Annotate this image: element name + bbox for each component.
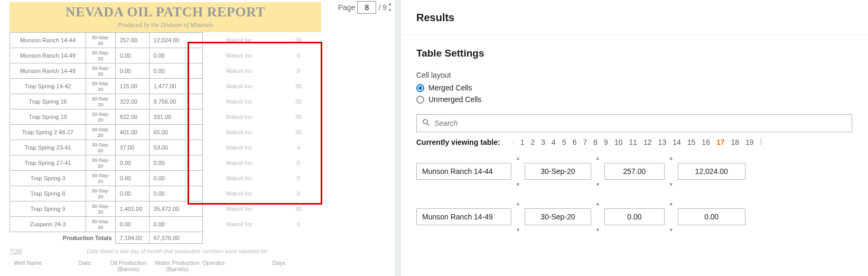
col-days: Days (263, 260, 295, 272)
cell-water: 0.00 (149, 155, 202, 171)
page-number-input[interactable] (357, 1, 376, 14)
chevron-down-icon[interactable]: ▼ (669, 182, 674, 187)
result-cell-well[interactable]: Munson Ranch 14-49 (416, 208, 511, 225)
result-cell-oil[interactable]: 0.00 (604, 208, 665, 225)
pager-prev-icon[interactable]: 〈 (508, 137, 515, 147)
chevron-down-icon[interactable]: ▼ (595, 182, 600, 187)
result-cell-well[interactable]: Munson Ranch 14-44 (416, 163, 511, 180)
cell-well: Trap Spring 19 (10, 109, 86, 125)
cell-oil: 322.00 (115, 94, 149, 109)
svg-point-0 (423, 119, 427, 124)
result-cell-oil[interactable]: 257.00 (604, 163, 665, 180)
report-subtitle: Produced by the Division of Minerals (10, 21, 321, 29)
cell-days: 30 (276, 79, 321, 94)
results-pane: Results Table Settings Cell layout Merge… (400, 0, 868, 276)
cell-stepper[interactable]: ▲▼ (595, 154, 600, 188)
cell-well: Trap Spring 27-41 (10, 155, 86, 171)
pager-page-3[interactable]: 3 (541, 138, 545, 146)
radio-merged-cells[interactable]: Merged Cells (416, 84, 852, 92)
chevron-up-icon[interactable]: ▲ (595, 201, 600, 206)
cell-water: 0.00 (149, 171, 202, 186)
chevron-down-icon[interactable]: ▼ (516, 227, 520, 233)
cell-stepper[interactable]: ▲▼ (516, 154, 520, 188)
pager-page-7[interactable]: 7 (583, 138, 587, 146)
pager-page-2[interactable]: 2 (531, 138, 535, 146)
table-row: Trap Spring 27-4130-Sep-200.000.00Makoil… (10, 155, 321, 171)
pager-page-10[interactable]: 10 (614, 138, 623, 146)
cell-layout-label: Cell layout (416, 71, 852, 79)
cell-well: Munson Ranch 14-49 (10, 48, 86, 63)
totals-row: Production Totals7,184.0087,376.00 (10, 232, 321, 244)
search-box[interactable] (416, 114, 852, 132)
pager-page-16[interactable]: 16 (702, 138, 710, 146)
pane-divider[interactable] (395, 0, 400, 276)
radio-checked-icon (416, 84, 424, 92)
result-cell-water[interactable]: 12,024.00 (678, 163, 745, 180)
pager-label: Currently viewing table: (416, 138, 500, 146)
chevron-up-icon[interactable]: ▲ (516, 155, 520, 161)
cell-water: 65.00 (149, 125, 202, 140)
cell-date: 30-Sep-20 (86, 79, 115, 94)
result-cell-date[interactable]: 30-Sep-20 (525, 163, 591, 180)
pager-next-icon[interactable]: 〉 (759, 137, 767, 147)
search-input[interactable] (434, 119, 846, 127)
pager-page-14[interactable]: 14 (673, 138, 681, 146)
cell-well: Trap Spring 9 (10, 201, 86, 217)
chevron-down-icon[interactable]: ▼ (669, 227, 674, 233)
cell-water: 331.00 (149, 109, 202, 125)
totals-oil: 7,184.00 (115, 232, 149, 244)
chevron-up-icon[interactable]: ▲ (669, 201, 674, 206)
cell-date: 30-Sep-20 (86, 94, 115, 109)
pager-page-11[interactable]: 11 (629, 138, 637, 146)
cell-operator: Makoil Inc (202, 33, 276, 48)
pager-page-18[interactable]: 18 (731, 138, 740, 146)
lower-table-headings: Well Name Date: Oil Production (Barrels)… (10, 257, 321, 274)
cell-date: 30-Sep-20 (86, 186, 115, 201)
chevron-up-icon[interactable]: ▲ (595, 155, 600, 161)
cell-days: 30 (276, 125, 321, 140)
pager-page-5[interactable]: 5 (562, 138, 566, 146)
cell-operator: Makoil Inc (202, 155, 276, 171)
pager-page-12[interactable]: 12 (643, 138, 652, 146)
cell-oil: 0.00 (115, 217, 149, 232)
pager-page-1[interactable]: 1 (520, 138, 525, 146)
cell-stepper[interactable]: ▲▼ (669, 200, 674, 234)
cell-days: 0 (276, 63, 321, 79)
chevron-up-icon[interactable]: ▲ (669, 155, 674, 161)
pager-page-15[interactable]: 15 (687, 138, 696, 146)
pager-page-17[interactable]: 17 (716, 138, 725, 146)
cell-date: 30-Sep-20 (86, 48, 115, 63)
cell-stepper[interactable]: ▲▼ (516, 200, 520, 234)
cell-date: 30-Sep-20 (86, 140, 115, 155)
table-settings-title: Table Settings (416, 48, 852, 59)
cell-operator: Makoil Inc (202, 140, 276, 155)
table-row: Trap Spring 830-Sep-200.000.00Makoil Inc… (10, 186, 321, 201)
cell-stepper[interactable]: ▲▼ (669, 154, 674, 188)
pager-page-6[interactable]: 6 (573, 138, 577, 146)
page-down-icon[interactable]: ▾ (389, 7, 395, 13)
chevron-down-icon[interactable]: ▼ (595, 227, 600, 233)
cell-oil: 37.00 (115, 140, 149, 155)
result-cell-date[interactable]: 30-Sep-20 (525, 208, 591, 225)
cell-stepper[interactable]: ▲▼ (595, 200, 600, 234)
cell-oil: 0.00 (115, 186, 149, 201)
pager-page-9[interactable]: 9 (604, 138, 608, 146)
document-preview-pane: Page / 9 ▴ ▾ NEVADA OIL PATCH REPORT Pro… (0, 0, 395, 276)
pager-page-4[interactable]: 4 (552, 138, 556, 146)
radio-unmerged-cells[interactable]: Unmerged Cells (416, 95, 852, 104)
cell-water: 0.00 (149, 217, 202, 232)
pager-page-19[interactable]: 19 (745, 138, 754, 146)
cell-days: 30 (276, 33, 321, 48)
chevron-down-icon[interactable]: ▼ (516, 182, 520, 187)
page-total: / 9 (378, 3, 387, 12)
page-up-icon[interactable]: ▴ (389, 1, 395, 6)
table-row: Trap Spring 330-Sep-200.000.00Makoil Inc… (10, 171, 321, 186)
cell-operator: Makoil Inc (202, 186, 276, 201)
cell-date: 30-Sep-20 (86, 109, 115, 125)
pager-page-8[interactable]: 8 (593, 138, 598, 146)
chevron-up-icon[interactable]: ▲ (516, 201, 520, 206)
page-label: Page (338, 3, 356, 12)
result-cell-water[interactable]: 0.00 (678, 208, 745, 225)
cell-days: 30 (276, 201, 321, 217)
pager-page-13[interactable]: 13 (658, 138, 667, 146)
